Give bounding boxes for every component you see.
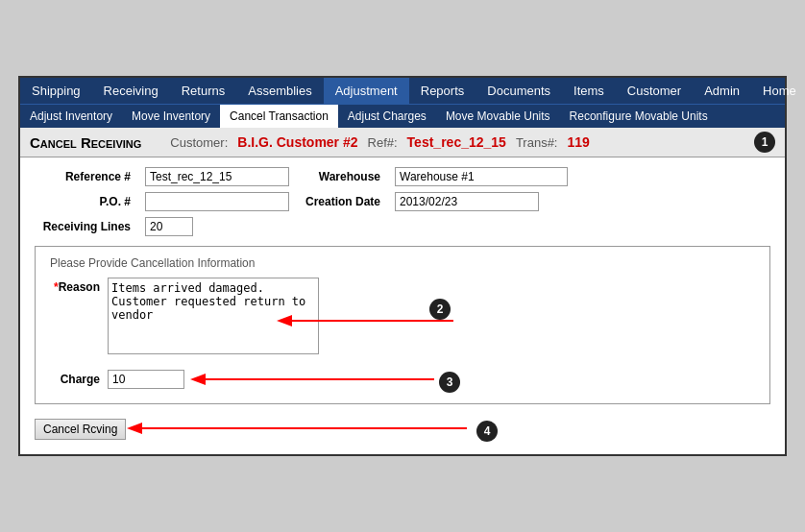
nav-admin[interactable]: Admin [693, 78, 751, 104]
customer-label: Customer: [170, 135, 228, 150]
arrow-4 [121, 414, 476, 443]
nav-customer[interactable]: Customer [616, 78, 693, 104]
annotation-badge-3: 3 [439, 372, 460, 393]
sub-nav: Adjust Inventory Move Inventory Cancel T… [20, 104, 785, 128]
warehouse-input[interactable] [395, 167, 568, 186]
po-label: P.O. # [35, 195, 131, 208]
reference-input[interactable] [145, 167, 289, 186]
arrow-3 [184, 365, 444, 394]
nav-assemblies[interactable]: Assemblies [236, 78, 323, 104]
nav-documents[interactable]: Documents [476, 78, 562, 104]
creation-date-input[interactable] [395, 192, 539, 211]
nav-reports[interactable]: Reports [409, 78, 476, 104]
page-title: Cancel Receiving [30, 134, 141, 151]
nav-returns[interactable]: Returns [170, 78, 237, 104]
nav-shipping[interactable]: Shipping [20, 78, 92, 104]
ref-label: Ref#: [368, 135, 398, 150]
nav-adjustment[interactable]: Adjustment [324, 78, 409, 104]
reference-label: Reference # [35, 170, 131, 183]
main-nav: Shipping Receiving Returns Assemblies Ad… [20, 78, 785, 104]
annotation-badge-4: 4 [476, 421, 498, 442]
main-window: Shipping Receiving Returns Assemblies Ad… [18, 76, 787, 456]
reason-label: Reason [59, 280, 100, 294]
nav-home[interactable]: Home [751, 78, 805, 104]
button-row: Cancel Rcving 4 [35, 419, 770, 440]
ref-value: Test_rec_12_15 [407, 134, 506, 150]
cancellation-section: Please Provide Cancellation Information … [35, 246, 770, 404]
annotation-badge-1: 1 [754, 132, 775, 153]
customer-value: B.I.G. Customer #2 [237, 134, 357, 150]
receiving-lines-input[interactable] [145, 217, 193, 236]
section-title: Please Provide Cancellation Information [50, 256, 755, 270]
trans-label: Trans#: [516, 135, 558, 150]
trans-value: 119 [567, 134, 589, 150]
annotation-badge-2: 2 [429, 299, 451, 320]
receiving-lines-row: Receiving Lines [35, 217, 770, 236]
creation-date-label: Creation Date [304, 195, 380, 208]
subnav-reconfigure-movable-units[interactable]: Reconfigure Movable Units [560, 105, 718, 128]
subnav-move-inventory[interactable]: Move Inventory [122, 105, 220, 128]
page-header: Cancel Receiving Customer: B.I.G. Custom… [20, 128, 785, 157]
warehouse-label: Warehouse [304, 170, 380, 183]
receiving-lines-label: Receiving Lines [35, 220, 131, 233]
subnav-move-movable-units[interactable]: Move Movable Units [436, 105, 560, 128]
nav-items[interactable]: Items [562, 78, 616, 104]
cancel-rcving-button[interactable]: Cancel Rcving [35, 419, 126, 440]
subnav-adjust-charges[interactable]: Adjust Charges [338, 105, 436, 128]
content-area: Reference # Warehouse P.O. # Creation Da… [20, 157, 785, 454]
charge-input[interactable] [108, 370, 184, 389]
po-input[interactable] [145, 192, 289, 211]
nav-receiving[interactable]: Receiving [92, 78, 170, 104]
po-row: P.O. # Creation Date [35, 192, 770, 211]
subnav-adjust-inventory[interactable]: Adjust Inventory [20, 105, 122, 128]
charge-label: Charge [50, 373, 108, 386]
reference-row: Reference # Warehouse [35, 167, 770, 186]
subnav-cancel-transaction[interactable]: Cancel Transaction [220, 105, 338, 128]
